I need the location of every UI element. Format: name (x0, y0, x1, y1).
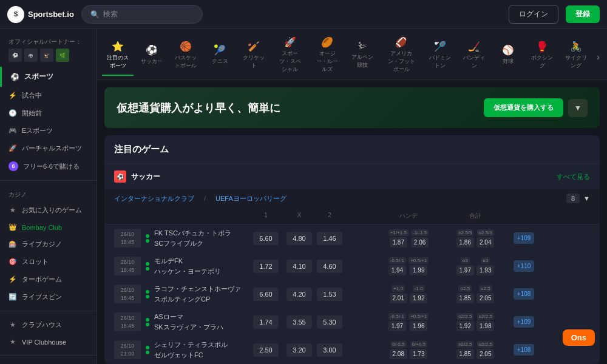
hcp1-odds-btn[interactable]: 1.87 (390, 237, 407, 248)
hcp2-odds-btn[interactable]: 1.96 (410, 321, 427, 331)
odds-1-btn[interactable]: 1.72 (253, 260, 279, 273)
logo[interactable]: S Sportsbet.io (7, 6, 74, 23)
odds-x-btn[interactable]: 3.20 (287, 343, 312, 357)
match-info: 26/10 21:00 シェリフ・ティラスポル ゼルヴェットFC (114, 337, 248, 363)
odds-x-btn[interactable]: 4.10 (287, 260, 312, 273)
tab-boxing[interactable]: 🥊 ボクシング (526, 38, 558, 76)
more-cell: +110 (509, 260, 539, 272)
ou1-odds-btn[interactable]: 1.86 (456, 237, 474, 248)
tab-soccer[interactable]: ⚽ サッカー (136, 42, 168, 72)
sidebar-item-virtual[interactable]: 🚀 バーチャルスポーツ (0, 140, 97, 157)
hcp1-odds-btn[interactable]: 1.97 (388, 321, 406, 331)
sidebar-item-bombay[interactable]: 👑 Bombay Club (0, 219, 97, 235)
ou-cell: o3 1.97 u3 1.93 (442, 257, 509, 275)
tab-cricket[interactable]: 🏏 クリケット (238, 38, 270, 76)
tab-baseball[interactable]: ⚾ 野球 (492, 42, 524, 72)
odds-2-btn[interactable]: 1.53 (317, 288, 342, 301)
more-bets-btn[interactable]: +110 (514, 260, 535, 272)
sidebar-item-upcoming[interactable]: 🕐 開始前 (0, 104, 97, 122)
th-match (114, 212, 248, 220)
tab-featured[interactable]: ⭐ 注目のスポーツ (102, 38, 134, 76)
tab-sports-special[interactable]: 🚀 スポーツ・スペシャル (272, 34, 308, 79)
cricket-tab-label: クリケット (243, 54, 265, 70)
more-bets-btn[interactable]: +109 (514, 316, 535, 328)
nav-arrow-right[interactable]: › (594, 50, 602, 64)
sidebar-item-esports[interactable]: 🎮 Eスポーツ (0, 122, 97, 140)
tab-alpine[interactable]: ⛷ アルペン競技 (347, 38, 378, 75)
crypto-banner: 仮想通貨購入がより早く、簡単に 仮想通貨を購入する ▼ (104, 87, 600, 128)
sidebar-item-clubhouse[interactable]: ★ クラブハウス (0, 316, 97, 334)
ou2-odds-btn[interactable]: 1.93 (476, 265, 494, 275)
tab-bandy[interactable]: 🏒 バンディン (458, 38, 490, 76)
tab-cycling[interactable]: 🚴 サイクリング (560, 38, 592, 76)
ou2-odds-btn[interactable]: 2.05 (476, 293, 494, 303)
more-bets-btn[interactable]: +109 (514, 232, 535, 244)
tab-basketball[interactable]: 🏀 バスケットボール (170, 38, 202, 76)
team2-name: スポルティングCP (154, 295, 241, 304)
odds-1-btn[interactable]: 6.60 (253, 232, 279, 245)
tab-tennis[interactable]: 🎾 テニス (204, 42, 236, 72)
sidebar-item-slots[interactable]: 🎯 スロット (0, 253, 97, 271)
soccer-title-group: ⚽ サッカー (114, 170, 160, 183)
sidebar-item-turbo[interactable]: ⚡ ターボゲーム (0, 271, 97, 288)
handicap-cell: 0/-0.5 2.08 0/+0.5 1.73 (375, 341, 442, 359)
ou2-label: u2.5 (479, 285, 492, 292)
odds-2-btn[interactable]: 1.46 (317, 232, 342, 245)
tab-badminton[interactable]: 🏸 バドミントン (424, 38, 456, 76)
sidebar-item-live-casino[interactable]: 🎰 ライブカジノ (0, 235, 97, 253)
hcp2-odds-btn[interactable]: 2.06 (411, 237, 429, 248)
hcp2-odds-btn[interactable]: 1.99 (410, 265, 427, 275)
sidebar-item-vip[interactable]: ★ VIP Clubhouse (0, 334, 97, 350)
baseball-tab-label: 野球 (503, 58, 514, 66)
sidebar-item-free66[interactable]: 6 フリー6-6で賭ける (0, 157, 97, 175)
odds-x-btn[interactable]: 3.55 (287, 315, 312, 329)
search-bar[interactable]: 🔍 検索 (81, 5, 203, 24)
odds-x-btn[interactable]: 4.80 (287, 232, 312, 245)
banner-title: 仮想通貨購入がより早く、簡単に (117, 101, 280, 115)
odds-2-btn[interactable]: 4.60 (317, 260, 342, 273)
boxing-tab-label: ボクシング (531, 54, 553, 70)
hcp1-odds-btn[interactable]: 2.01 (390, 293, 407, 303)
odds-1-btn[interactable]: 6.60 (253, 288, 279, 301)
register-button[interactable]: 登録 (566, 5, 600, 23)
buy-crypto-button[interactable]: 仮想通貨を購入する (484, 98, 563, 117)
ou1-odds-btn[interactable]: 1.92 (456, 321, 474, 331)
odds-1-btn[interactable]: 1.74 (253, 315, 279, 329)
ou2-odds-btn[interactable]: 1.98 (476, 321, 494, 331)
hcp2-odds-btn[interactable]: 1.73 (410, 349, 427, 359)
odds-2-btn[interactable]: 3.00 (317, 343, 342, 357)
odds-x-btn[interactable]: 4.20 (287, 288, 312, 301)
odds-1-btn[interactable]: 2.50 (253, 343, 279, 357)
sidebar-sports-category[interactable]: ⚽ スポーツ (0, 67, 97, 87)
team1-name: ラコフ・チェンストホーヴァ (154, 285, 241, 294)
ou2-odds-btn[interactable]: 2.05 (476, 349, 494, 359)
tab-american-football[interactable]: 🏈 アメリカン・フットボール (381, 34, 422, 79)
odds-2-btn[interactable]: 5.30 (317, 315, 342, 329)
sidebar-item-livespin[interactable]: 🔄 ライブスピン (0, 288, 97, 306)
hcp1-odds-btn[interactable]: 1.94 (388, 265, 406, 275)
ou1-odds-btn[interactable]: 1.85 (456, 349, 474, 359)
login-button[interactable]: ログイン (509, 5, 558, 24)
banner-expand-button[interactable]: ▼ (568, 99, 588, 117)
clubhouse-star-icon: ★ (8, 321, 17, 329)
hcp1-odds-btn[interactable]: 2.08 (390, 349, 407, 359)
soccer-section-title: サッカー (131, 172, 160, 182)
sidebar-item-live[interactable]: ⚡ 試合中 (0, 87, 97, 104)
more-bets-btn[interactable]: +108 (514, 288, 535, 300)
odds-1-cell: 6.60 (248, 232, 284, 245)
ou1-odds-btn[interactable]: 1.97 (456, 265, 474, 275)
ou1-odds-btn[interactable]: 1.85 (456, 293, 474, 303)
ons-badge[interactable]: Ons (563, 329, 595, 346)
ou2-odds-btn[interactable]: 2.04 (476, 237, 494, 248)
sidebar-item-app[interactable]: 📱 アプリをダウンロード (0, 360, 97, 364)
league-link-2[interactable]: UEFAヨーロッパリーグ (215, 194, 287, 203)
tab-aussie[interactable]: 🏉 オージー・ルールズ (311, 34, 344, 79)
hcp2-odds-btn[interactable]: 1.92 (410, 293, 427, 303)
hcp1-label: -0.5/-1 (388, 257, 406, 264)
handicap-cell: +1/+1.5 1.87 -1/-1.5 2.06 (375, 229, 442, 248)
more-bets-btn[interactable]: +108 (514, 344, 535, 356)
league-link-1[interactable]: インターナショナルクラブ (114, 194, 194, 203)
see-all-link[interactable]: すべて見る (557, 172, 590, 181)
sidebar-item-favorites[interactable]: ★ お気に入りのゲーム (0, 201, 97, 219)
league-expand-icon[interactable]: ▼ (583, 195, 590, 202)
